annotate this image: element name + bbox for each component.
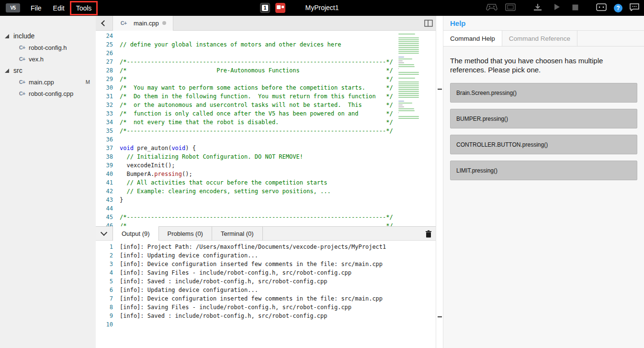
clear-console-icon[interactable] xyxy=(425,230,432,240)
code-line-24[interactable]: 24 xyxy=(96,32,436,40)
help-option-2[interactable]: CONTROLLER.BUTTON.pressing() xyxy=(450,135,637,154)
folder-src[interactable]: src xyxy=(0,65,96,76)
code-line-28[interactable]: 28/* Pre-Autonomous Functions */ xyxy=(96,66,436,75)
brain-status-icon[interactable] xyxy=(275,3,285,13)
help-tab-command-reference[interactable]: Command Reference xyxy=(502,31,577,46)
file-robot-config.h[interactable]: C+robot-config.h xyxy=(0,42,96,53)
help-option-1[interactable]: BUMPER.pressing() xyxy=(450,109,637,128)
minimap-line xyxy=(398,43,419,44)
editor-column: C+ main.cpp 2425// define your global in… xyxy=(96,16,436,348)
code-line-40[interactable]: 40 BumperA.pressing(); xyxy=(96,170,436,178)
help-tab-command-help[interactable]: Command Help xyxy=(443,31,502,46)
collapse-console-icon[interactable] xyxy=(101,229,107,235)
code-line-42[interactable]: 42 // Example: clearing encoders, settin… xyxy=(96,187,436,196)
minimap-line xyxy=(398,66,415,67)
folder-label: src xyxy=(13,67,23,74)
minimap-line xyxy=(398,60,403,61)
code-editor[interactable]: 2425// define your global instances of m… xyxy=(96,31,436,226)
controller-icon[interactable] xyxy=(486,3,498,13)
code-line-38[interactable]: 38 // Initializing Robot Configuration. … xyxy=(96,152,436,161)
file-robot-config.cpp[interactable]: C+robot-config.cpp xyxy=(0,88,96,99)
code-line-30[interactable]: 30/* You may want to perform some action… xyxy=(96,83,436,92)
minimap-line xyxy=(398,39,419,40)
help-title: Help xyxy=(450,19,466,27)
code-line-31[interactable]: 31/* Do them in the following function. … xyxy=(96,92,436,101)
file-label: robot-config.cpp xyxy=(29,90,73,97)
line-number: 41 xyxy=(96,178,117,187)
chat-icon[interactable] xyxy=(630,3,639,13)
code-line-37[interactable]: 37void pre_auton(void) { xyxy=(96,144,436,152)
code-line-33[interactable]: 33/* function is only called once after … xyxy=(96,109,436,118)
console-tab-bar: Output (9)Problems (0)Terminal (0) xyxy=(96,226,436,241)
download-icon[interactable] xyxy=(533,3,542,13)
console-tab-output[interactable]: Output (9) xyxy=(113,226,159,241)
back-icon[interactable] xyxy=(101,20,107,26)
panel-resize-gutter[interactable] xyxy=(436,16,443,348)
file-main.cpp[interactable]: C+main.cppM xyxy=(0,76,96,88)
console-tab-problems[interactable]: Problems (0) xyxy=(159,226,212,241)
help-panel: Help Command HelpCommand Reference The m… xyxy=(443,16,644,348)
code-line-41[interactable]: 41 // All activities that occur before t… xyxy=(96,178,436,187)
code-line-36[interactable]: 36 xyxy=(96,135,436,144)
line-content: /* */ xyxy=(117,221,393,226)
minimap-line xyxy=(398,97,419,98)
minimap-line xyxy=(398,78,415,79)
stop-icon[interactable] xyxy=(572,4,578,12)
code-line-45[interactable]: 45/*------------------------------------… xyxy=(96,213,436,221)
code-line-27[interactable]: 27/*------------------------------------… xyxy=(96,58,436,66)
code-line-39[interactable]: 39 vexcodeInit(); xyxy=(96,161,436,170)
devices-icon[interactable] xyxy=(596,3,607,13)
vexcode-logo-icon: V5 xyxy=(6,3,20,12)
minimap-line xyxy=(398,112,399,113)
help-icon[interactable]: ? xyxy=(614,4,622,12)
minimap-line xyxy=(398,45,419,46)
line-number: 45 xyxy=(96,213,117,221)
line-number: 8 xyxy=(96,303,117,312)
code-area[interactable]: 2425// define your global instances of m… xyxy=(96,31,436,226)
play-icon[interactable] xyxy=(554,3,560,12)
menu-file[interactable]: File xyxy=(26,2,46,14)
menu-edit[interactable]: Edit xyxy=(48,2,69,14)
editor-tab-bar: C+ main.cpp xyxy=(96,16,436,31)
help-option-3[interactable]: LIMIT.pressing() xyxy=(450,161,637,180)
code-line-35[interactable]: 35/*------------------------------------… xyxy=(96,127,436,135)
tab-main-cpp[interactable]: C+ main.cpp xyxy=(113,16,173,31)
output-line-10: 10 xyxy=(96,320,436,329)
code-line-46[interactable]: 46/* */ xyxy=(96,221,436,226)
line-number: 46 xyxy=(96,221,117,226)
menu-bar: FileEditTools xyxy=(24,2,96,14)
help-header: Help xyxy=(443,16,644,31)
code-line-32[interactable]: 32/* or the autonomous and usercontrol t… xyxy=(96,101,436,109)
brain-screen-icon[interactable] xyxy=(505,3,516,13)
split-editor-icon[interactable] xyxy=(424,20,433,29)
slot-selector-icon[interactable]: 1 xyxy=(260,3,270,13)
line-content: // Initializing Robot Configuration. DO … xyxy=(117,152,303,161)
code-line-43[interactable]: 43} xyxy=(96,196,436,204)
minimap-line xyxy=(398,89,419,90)
minimap[interactable] xyxy=(398,32,422,226)
code-line-44[interactable]: 44 xyxy=(96,204,436,213)
code-line-34[interactable]: 34/* not every time that the robot is di… xyxy=(96,118,436,127)
minimap-line xyxy=(398,34,415,35)
code-line-26[interactable]: 26 xyxy=(96,49,436,58)
output-line-7: 7[info]: Device configuration inserted f… xyxy=(96,294,436,303)
file-label: vex.h xyxy=(29,56,44,63)
file-vex.h[interactable]: C+vex.h xyxy=(0,53,96,65)
modified-dot-icon xyxy=(162,21,166,25)
line-number: 30 xyxy=(96,83,117,92)
code-line-25[interactable]: 25// define your global instances of mot… xyxy=(96,40,436,49)
console-tab-terminal[interactable]: Terminal (0) xyxy=(212,226,263,241)
code-line-29[interactable]: 29/* */ xyxy=(96,75,436,83)
line-number: 26 xyxy=(96,49,117,58)
minimap-line xyxy=(398,108,414,109)
folder-include[interactable]: include xyxy=(0,30,96,42)
logo-mark: V5 xyxy=(10,5,15,11)
output-line-2: 2[info]: Updating device configuration..… xyxy=(96,251,436,260)
line-content xyxy=(117,135,120,144)
help-option-0[interactable]: Brain.Screen.pressing() xyxy=(450,83,637,103)
line-content: // Example: clearing encoders, setting s… xyxy=(117,187,331,196)
line-number: 35 xyxy=(96,127,117,135)
output-text xyxy=(117,320,120,329)
console-tabs: Output (9)Problems (0)Terminal (0) xyxy=(113,226,263,241)
menu-tools[interactable]: Tools xyxy=(71,2,97,14)
